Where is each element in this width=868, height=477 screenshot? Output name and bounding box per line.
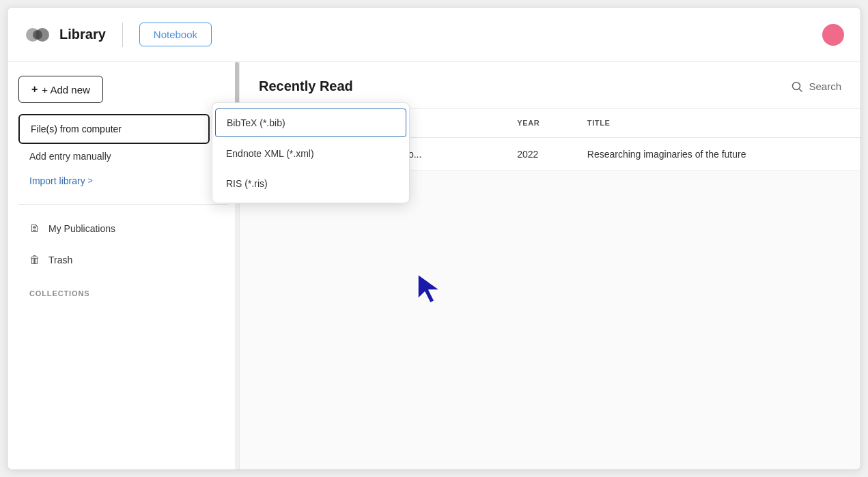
sidebar: + + Add new File(s) from computer Add en… [8, 62, 240, 469]
svg-point-2 [33, 30, 42, 40]
avatar [822, 24, 844, 46]
th-title: TITLE [576, 109, 860, 138]
header: Library Notebook [8, 8, 860, 62]
app-title: Library [59, 27, 106, 42]
header-divider [122, 23, 123, 47]
import-library-label: Import library [29, 175, 85, 186]
search-label: Search [809, 81, 841, 92]
search-icon [791, 81, 803, 93]
row-title: Researching imaginaries of the future [576, 138, 860, 171]
add-new-label: + Add new [42, 84, 89, 96]
bibtex-label: BibTeX (*.bib) [227, 117, 285, 128]
ris-label: RIS (*.ris) [226, 178, 268, 189]
add-entry-manually-item[interactable]: Add entry manually [18, 144, 228, 169]
app-logo-icon [24, 21, 51, 48]
sidebar-divider-1 [18, 204, 228, 205]
import-library-item[interactable]: Import library > [18, 169, 228, 193]
collections-heading: Collections [18, 278, 228, 303]
add-new-button[interactable]: + + Add new [18, 76, 103, 103]
sidebar-item-trash[interactable]: 🗑 Trash [18, 247, 228, 273]
format-endnote[interactable]: Endnote XML (*.xml) [212, 139, 409, 169]
sidebar-item-my-publications[interactable]: 🗎 My Publications [18, 216, 228, 242]
plus-icon: + [31, 83, 38, 96]
publications-icon: 🗎 [29, 222, 40, 235]
content-header: Recently Read Search [240, 62, 860, 109]
files-from-computer-button[interactable]: File(s) from computer [18, 114, 210, 144]
chevron-right-icon: > [88, 176, 93, 186]
body: + + Add new File(s) from computer Add en… [8, 62, 860, 469]
endnote-label: Endnote XML (*.xml) [226, 148, 314, 159]
svg-line-4 [800, 89, 802, 91]
add-options-container: File(s) from computer Add entry manually… [18, 114, 228, 193]
th-year: YEAR [506, 109, 576, 138]
trash-label: Trash [48, 255, 72, 265]
format-bibtex[interactable]: BibTeX (*.bib) [215, 109, 406, 137]
trash-icon: 🗑 [29, 254, 40, 266]
search-area[interactable]: Search [791, 81, 841, 106]
svg-point-3 [793, 82, 800, 89]
my-publications-label: My Publications [48, 223, 115, 234]
format-dropdown: BibTeX (*.bib) Endnote XML (*.xml) RIS (… [212, 102, 410, 203]
logo: Library [24, 21, 106, 48]
notebook-button[interactable]: Notebook [139, 23, 212, 46]
row-year: 2022 [506, 138, 576, 171]
format-ris[interactable]: RIS (*.ris) [212, 169, 409, 199]
header-right [822, 24, 844, 46]
